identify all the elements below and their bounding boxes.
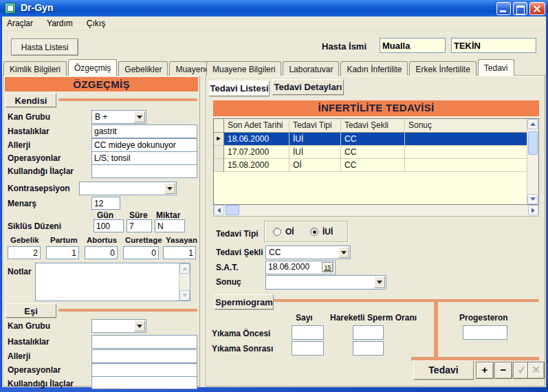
kontrasepsiyon-combo[interactable] <box>79 182 177 195</box>
kan-grubu-combo[interactable]: B + <box>91 110 146 124</box>
kan-grubu-label: Kan Grubu <box>8 112 50 122</box>
esi-group-label: Eşi <box>6 303 56 318</box>
tedavi-sekli-combo[interactable]: CC <box>265 246 351 259</box>
table-vertical-scrollbar[interactable] <box>527 119 538 204</box>
yikama-oncesi-sayi-field[interactable] <box>292 325 324 340</box>
chevron-down-icon[interactable] <box>374 276 385 288</box>
tab-muayene-bilgileri[interactable]: Muayene Bilgileri <box>206 61 281 76</box>
add-record-button[interactable]: + <box>476 362 494 379</box>
kontrasepsiyon-label: Kontrasepsiyon <box>8 184 70 193</box>
table-horizontal-scrollbar[interactable] <box>213 205 539 217</box>
spermiogram-divider <box>274 299 539 302</box>
siklus-gun-field[interactable] <box>94 219 124 232</box>
scroll-left-icon[interactable] <box>214 205 224 215</box>
siklus-sure-field[interactable] <box>127 219 152 232</box>
gebelik-field[interactable] <box>8 246 41 259</box>
miktar-header: Miktar <box>156 210 180 220</box>
notlar-textarea[interactable] <box>35 263 190 301</box>
col-son-adet-tarihi[interactable]: Son Adet Tarihi <box>224 119 289 133</box>
yasayan-field[interactable] <box>163 246 196 259</box>
notlar-scrollbar[interactable] <box>179 263 190 301</box>
table-row[interactable]: 17.07.2000 İUİ CC <box>214 146 527 159</box>
sat-date-field[interactable]: 18.06.2000 15 <box>265 261 336 274</box>
ilaclar-field[interactable] <box>91 164 197 178</box>
scrollbar-thumb[interactable] <box>226 205 239 215</box>
menars-field[interactable] <box>91 197 120 210</box>
partum-header: Partum <box>50 236 78 244</box>
menu-araclar[interactable]: Araçlar <box>7 19 33 28</box>
minimize-icon[interactable] <box>496 2 511 15</box>
kendisi-divider <box>58 98 197 101</box>
esi-ilaclar-field[interactable] <box>91 376 197 389</box>
sat-date-value: 18.06.2000 <box>268 262 309 272</box>
esi-operasyonlar-field[interactable] <box>91 363 197 377</box>
menu-cikis[interactable]: Çıkış <box>87 19 105 28</box>
yikama-oncesi-hso-field[interactable] <box>353 325 384 340</box>
esi-hastaliklar-field[interactable] <box>91 335 197 349</box>
tab-laboratuvar[interactable]: Laboratuvar <box>283 61 339 76</box>
radio-iui-label[interactable]: İUİ <box>322 227 333 237</box>
row-indicator-icon: ► <box>214 133 224 146</box>
table-row[interactable]: 15.08.2000 Oİ CC <box>214 159 527 172</box>
tab-gebelikler[interactable]: Gebelikler <box>118 61 168 76</box>
chevron-down-icon[interactable] <box>134 111 145 122</box>
ozgecmis-header: ÖZGEÇMİŞ <box>5 77 198 91</box>
delete-record-button[interactable]: − <box>494 362 512 379</box>
esi-divider <box>58 309 197 312</box>
hastaliklar-field[interactable] <box>91 124 197 138</box>
tab-ozgecmis[interactable]: Özgeçmiş <box>68 59 117 76</box>
app-window: Dr-Gyn Araçlar Yardım Çıkış Hasta Listes… <box>0 0 548 392</box>
radio-oi-label[interactable]: Oİ <box>285 227 294 237</box>
scroll-right-icon[interactable] <box>528 205 538 215</box>
radio-oi[interactable] <box>273 228 281 236</box>
scroll-down-icon[interactable] <box>527 194 538 204</box>
scroll-up-icon[interactable] <box>179 263 190 274</box>
chevron-down-icon[interactable] <box>338 247 349 258</box>
tab-tedavi[interactable]: Tedavi <box>478 59 514 76</box>
yikama-sonrasi-sayi-field[interactable] <box>292 341 324 356</box>
abortus-field[interactable] <box>85 246 118 259</box>
last-name-field[interactable] <box>451 38 536 53</box>
subtab-tedavi-listesi[interactable]: Tedavi Listesi <box>209 80 270 96</box>
cancel-record-button[interactable]: ✕ <box>527 362 545 379</box>
yikama-sonrasi-label: Yıkama Sonrası <box>212 344 273 353</box>
sonuc-combo[interactable] <box>265 275 386 290</box>
scroll-up-icon[interactable] <box>527 119 538 129</box>
allerji-field[interactable] <box>91 138 197 152</box>
progesteron-field[interactable] <box>463 325 507 340</box>
sat-label: S.A.T. <box>216 263 239 272</box>
tab-kadin-infertilite[interactable]: Kadın İnfertilite <box>340 61 408 76</box>
chevron-down-icon[interactable] <box>164 183 175 194</box>
scrollbar-thumb[interactable] <box>528 131 538 155</box>
close-icon[interactable] <box>529 2 545 15</box>
table-row[interactable]: ► 18.06.2000 İUİ CC <box>214 133 527 146</box>
menu-bar: Araçlar Yardım Çıkış <box>2 17 546 31</box>
title-bar: Dr-Gyn <box>0 0 548 17</box>
window-border-left <box>0 17 2 392</box>
subtab-tedavi-detaylari[interactable]: Tedavi Detayları <box>272 79 344 95</box>
tab-erkek-infertilite[interactable]: Erkek İnfertilite <box>409 61 476 76</box>
hasta-listesi-button[interactable]: Hasta Listesi <box>11 39 78 56</box>
col-tedavi-sekli[interactable]: Tedavi Şekli <box>341 119 405 133</box>
esi-kan-grubu-combo[interactable] <box>91 319 146 333</box>
menu-yardim[interactable]: Yardım <box>47 19 73 28</box>
esi-allerji-field[interactable] <box>91 349 197 363</box>
kan-grubu-value: B + <box>95 112 107 122</box>
col-tedavi-tipi[interactable]: Tedavi Tipi <box>289 119 341 133</box>
chevron-down-icon[interactable] <box>134 320 145 331</box>
partum-field[interactable] <box>46 246 79 259</box>
scroll-down-icon[interactable] <box>179 290 190 301</box>
yasayan-header: Yasayan <box>166 236 197 244</box>
curettage-field[interactable] <box>123 246 159 259</box>
siklus-miktar-field[interactable] <box>155 219 185 232</box>
abortus-header: Abortus <box>87 236 117 244</box>
col-sonuc[interactable]: Sonuç <box>405 119 527 133</box>
first-name-field[interactable] <box>380 38 446 53</box>
yikama-sonrasi-hso-field[interactable] <box>353 341 384 356</box>
tab-kimlik-bilgileri[interactable]: Kimlik Bilgileri <box>3 61 67 76</box>
operasyonlar-field[interactable] <box>91 151 197 165</box>
calendar-icon[interactable]: 15 <box>322 262 333 272</box>
maximize-icon[interactable] <box>513 2 527 15</box>
radio-iui[interactable] <box>310 228 318 236</box>
tedavi-sekli-value: CC <box>269 248 281 257</box>
